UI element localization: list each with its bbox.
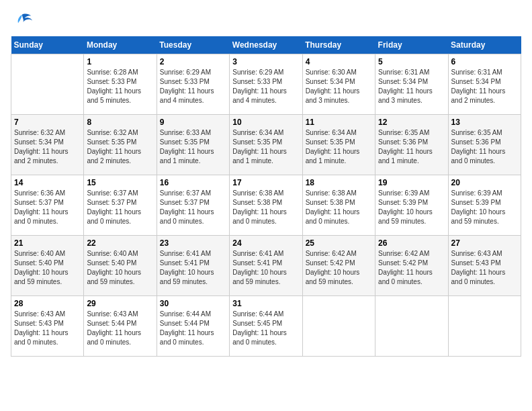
day-number: 25 [306, 238, 372, 248]
day-number: 6 [451, 57, 518, 66]
calendar-cell: 7Sunrise: 6:32 AM Sunset: 5:34 PM Daylig… [11, 115, 84, 175]
cell-info: Sunrise: 6:31 AM Sunset: 5:34 PM Dayligh… [378, 68, 445, 105]
cell-info: Sunrise: 6:42 AM Sunset: 5:42 PM Dayligh… [378, 249, 445, 287]
calendar-week-row: 21Sunrise: 6:40 AM Sunset: 5:40 PM Dayli… [11, 236, 521, 296]
logo [11, 11, 32, 31]
calendar-cell: 23Sunrise: 6:41 AM Sunset: 5:41 PM Dayli… [157, 236, 229, 296]
calendar-cell: 28Sunrise: 6:43 AM Sunset: 5:43 PM Dayli… [11, 296, 84, 357]
calendar-cell: 17Sunrise: 6:38 AM Sunset: 5:38 PM Dayli… [230, 175, 302, 236]
calendar-cell: 2Sunrise: 6:29 AM Sunset: 5:33 PM Daylig… [157, 54, 229, 115]
calendar-body: 1Sunrise: 6:28 AM Sunset: 5:33 PM Daylig… [11, 54, 521, 357]
calendar-cell [375, 296, 448, 357]
day-number: 11 [306, 118, 372, 127]
day-number: 26 [378, 238, 445, 248]
day-number: 28 [14, 299, 81, 308]
day-number: 15 [87, 178, 153, 187]
day-number: 14 [14, 178, 81, 187]
calendar-cell: 19Sunrise: 6:39 AM Sunset: 5:39 PM Dayli… [375, 175, 448, 236]
logo-bird-icon [12, 11, 32, 31]
cell-info: Sunrise: 6:35 AM Sunset: 5:36 PM Dayligh… [378, 128, 445, 166]
calendar-cell [302, 296, 375, 357]
day-number: 10 [232, 118, 299, 127]
day-number: 19 [378, 178, 445, 187]
day-number: 9 [160, 118, 226, 127]
cell-info: Sunrise: 6:36 AM Sunset: 5:37 PM Dayligh… [14, 189, 81, 226]
cell-info: Sunrise: 6:43 AM Sunset: 5:43 PM Dayligh… [14, 310, 81, 347]
cell-info: Sunrise: 6:43 AM Sunset: 5:43 PM Dayligh… [451, 249, 518, 287]
cell-info: Sunrise: 6:31 AM Sunset: 5:34 PM Dayligh… [451, 68, 518, 105]
calendar-cell: 31Sunrise: 6:44 AM Sunset: 5:45 PM Dayli… [230, 296, 302, 357]
cell-info: Sunrise: 6:32 AM Sunset: 5:34 PM Dayligh… [14, 128, 81, 166]
header [11, 11, 521, 31]
calendar-cell: 11Sunrise: 6:34 AM Sunset: 5:35 PM Dayli… [302, 115, 375, 175]
cell-info: Sunrise: 6:38 AM Sunset: 5:38 PM Dayligh… [306, 189, 372, 226]
cell-info: Sunrise: 6:29 AM Sunset: 5:33 PM Dayligh… [232, 68, 299, 105]
cell-info: Sunrise: 6:40 AM Sunset: 5:40 PM Dayligh… [87, 249, 153, 287]
day-number: 29 [87, 299, 153, 308]
calendar-cell [11, 54, 84, 115]
calendar-cell: 9Sunrise: 6:33 AM Sunset: 5:35 PM Daylig… [157, 115, 229, 175]
cell-info: Sunrise: 6:43 AM Sunset: 5:44 PM Dayligh… [87, 310, 153, 347]
calendar-cell: 12Sunrise: 6:35 AM Sunset: 5:36 PM Dayli… [375, 115, 448, 175]
day-number: 5 [378, 57, 445, 66]
calendar-cell: 5Sunrise: 6:31 AM Sunset: 5:34 PM Daylig… [375, 54, 448, 115]
cell-info: Sunrise: 6:37 AM Sunset: 5:37 PM Dayligh… [87, 189, 153, 226]
cell-info: Sunrise: 6:34 AM Sunset: 5:35 PM Dayligh… [306, 128, 372, 166]
day-number: 20 [451, 178, 518, 187]
calendar-cell: 14Sunrise: 6:36 AM Sunset: 5:37 PM Dayli… [11, 175, 84, 236]
calendar-cell: 4Sunrise: 6:30 AM Sunset: 5:34 PM Daylig… [302, 54, 375, 115]
calendar-cell: 6Sunrise: 6:31 AM Sunset: 5:34 PM Daylig… [448, 54, 521, 115]
weekday-header-cell: Tuesday [157, 36, 229, 54]
cell-info: Sunrise: 6:40 AM Sunset: 5:40 PM Dayligh… [14, 249, 81, 287]
calendar-cell: 8Sunrise: 6:32 AM Sunset: 5:35 PM Daylig… [84, 115, 157, 175]
day-number: 18 [306, 178, 372, 187]
calendar-cell: 24Sunrise: 6:41 AM Sunset: 5:41 PM Dayli… [230, 236, 302, 296]
weekday-header-cell: Monday [84, 36, 157, 54]
cell-info: Sunrise: 6:28 AM Sunset: 5:33 PM Dayligh… [87, 68, 153, 105]
cell-info: Sunrise: 6:33 AM Sunset: 5:35 PM Dayligh… [160, 128, 226, 166]
day-number: 4 [306, 57, 372, 66]
calendar-cell: 1Sunrise: 6:28 AM Sunset: 5:33 PM Daylig… [84, 54, 157, 115]
calendar-cell: 20Sunrise: 6:39 AM Sunset: 5:39 PM Dayli… [448, 175, 521, 236]
calendar-week-row: 28Sunrise: 6:43 AM Sunset: 5:43 PM Dayli… [11, 296, 521, 357]
calendar-cell: 26Sunrise: 6:42 AM Sunset: 5:42 PM Dayli… [375, 236, 448, 296]
day-number: 12 [378, 118, 445, 127]
calendar-cell: 13Sunrise: 6:35 AM Sunset: 5:36 PM Dayli… [448, 115, 521, 175]
cell-info: Sunrise: 6:39 AM Sunset: 5:39 PM Dayligh… [378, 189, 445, 226]
day-number: 31 [232, 299, 299, 308]
cell-info: Sunrise: 6:34 AM Sunset: 5:35 PM Dayligh… [232, 128, 299, 166]
calendar-cell: 22Sunrise: 6:40 AM Sunset: 5:40 PM Dayli… [84, 236, 157, 296]
cell-info: Sunrise: 6:41 AM Sunset: 5:41 PM Dayligh… [232, 249, 299, 287]
weekday-header-cell: Wednesday [230, 36, 302, 54]
cell-info: Sunrise: 6:32 AM Sunset: 5:35 PM Dayligh… [87, 128, 153, 166]
calendar-table: SundayMondayTuesdayWednesdayThursdayFrid… [11, 36, 521, 357]
cell-info: Sunrise: 6:41 AM Sunset: 5:41 PM Dayligh… [160, 249, 226, 287]
weekday-header-cell: Thursday [302, 36, 375, 54]
calendar-cell: 21Sunrise: 6:40 AM Sunset: 5:40 PM Dayli… [11, 236, 84, 296]
cell-info: Sunrise: 6:35 AM Sunset: 5:36 PM Dayligh… [451, 128, 518, 166]
cell-info: Sunrise: 6:29 AM Sunset: 5:33 PM Dayligh… [160, 68, 226, 105]
day-number: 23 [160, 238, 226, 248]
day-number: 30 [160, 299, 226, 308]
calendar-week-row: 7Sunrise: 6:32 AM Sunset: 5:34 PM Daylig… [11, 115, 521, 175]
cell-info: Sunrise: 6:30 AM Sunset: 5:34 PM Dayligh… [306, 68, 372, 105]
day-number: 21 [14, 238, 81, 248]
cell-info: Sunrise: 6:38 AM Sunset: 5:38 PM Dayligh… [232, 189, 299, 226]
cell-info: Sunrise: 6:37 AM Sunset: 5:37 PM Dayligh… [160, 189, 226, 226]
day-number: 24 [232, 238, 299, 248]
day-number: 7 [14, 118, 81, 127]
cell-info: Sunrise: 6:42 AM Sunset: 5:42 PM Dayligh… [306, 249, 372, 287]
day-number: 8 [87, 118, 153, 127]
cell-info: Sunrise: 6:39 AM Sunset: 5:39 PM Dayligh… [451, 189, 518, 226]
calendar-cell: 29Sunrise: 6:43 AM Sunset: 5:44 PM Dayli… [84, 296, 157, 357]
calendar-cell: 3Sunrise: 6:29 AM Sunset: 5:33 PM Daylig… [230, 54, 302, 115]
calendar-week-row: 14Sunrise: 6:36 AM Sunset: 5:37 PM Dayli… [11, 175, 521, 236]
calendar-cell: 16Sunrise: 6:37 AM Sunset: 5:37 PM Dayli… [157, 175, 229, 236]
calendar-cell: 18Sunrise: 6:38 AM Sunset: 5:38 PM Dayli… [302, 175, 375, 236]
cell-info: Sunrise: 6:44 AM Sunset: 5:44 PM Dayligh… [160, 310, 226, 347]
day-number: 17 [232, 178, 299, 187]
weekday-header-row: SundayMondayTuesdayWednesdayThursdayFrid… [11, 36, 521, 54]
weekday-header-cell: Saturday [448, 36, 521, 54]
calendar-week-row: 1Sunrise: 6:28 AM Sunset: 5:33 PM Daylig… [11, 54, 521, 115]
weekday-header-cell: Sunday [11, 36, 84, 54]
